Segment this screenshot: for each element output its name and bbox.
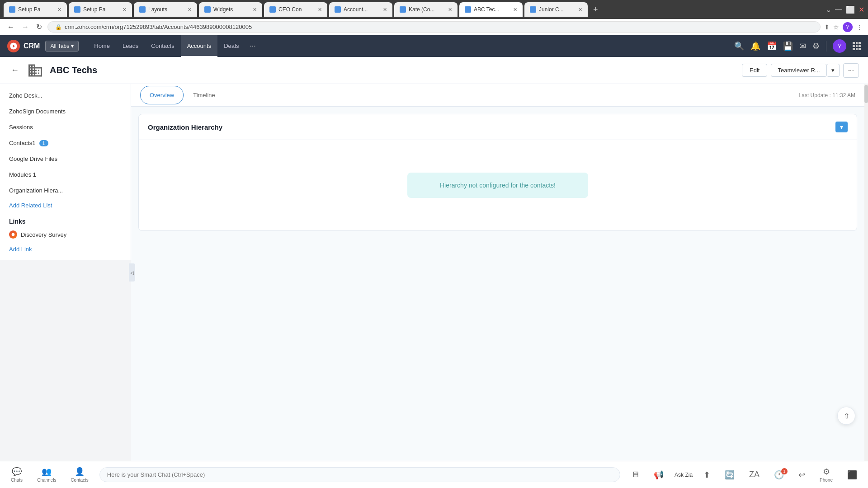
calendar-icon[interactable]: 📅 — [767, 41, 777, 51]
tab-close[interactable]: ✕ — [188, 7, 192, 13]
tab-1[interactable]: Setup Pa ✕ — [4, 2, 67, 17]
expand-icon: ⬛ — [847, 470, 857, 480]
more-actions-button[interactable]: ··· — [843, 63, 859, 78]
tab-overview[interactable]: Overview — [140, 86, 184, 104]
sidebar-item-zohosign[interactable]: ZohoSign Documents — [0, 103, 131, 119]
sidebar-item-sessions[interactable]: Sessions — [0, 119, 131, 135]
bookmark-icon[interactable]: ☆ — [833, 23, 839, 31]
nav-accounts[interactable]: Accounts — [181, 35, 217, 57]
nav-leads[interactable]: Leads — [116, 35, 145, 57]
sidebar-item-google-drive[interactable]: Google Drive Files — [0, 151, 131, 167]
browser-chrome: Setup Pa ✕ Setup Pa ✕ Layouts ✕ Widgets … — [0, 0, 868, 19]
link-icon — [9, 230, 17, 239]
tab-timeline[interactable]: Timeline — [184, 86, 225, 104]
browser-controls: ⌄ — ⬜ ✕ — [826, 5, 864, 14]
last-update-text: Last Update : 11:32 AM — [799, 92, 855, 99]
tab-6[interactable]: Account... ✕ — [329, 2, 392, 17]
right-scrollbar[interactable] — [864, 84, 868, 461]
tab-5[interactable]: CEO Con ✕ — [264, 2, 327, 17]
tab-close[interactable]: ✕ — [448, 7, 452, 13]
back-button[interactable]: ← — [5, 21, 16, 33]
profile-icon[interactable]: Y — [843, 22, 853, 32]
sidebar-item-modules[interactable]: Modules 1 — [0, 167, 131, 183]
sidebar-item-contacts1[interactable]: Contacts1 1 — [0, 135, 131, 151]
tab-close[interactable]: ✕ — [57, 7, 61, 13]
smart-chat-input[interactable] — [99, 467, 620, 482]
scroll-up-button[interactable]: ⇧ — [837, 407, 855, 425]
nav-more[interactable]: ··· — [245, 42, 260, 50]
section-dropdown-button[interactable]: ▾ — [835, 122, 848, 132]
add-related-list-link[interactable]: Add Related List — [0, 198, 131, 212]
add-link-link[interactable]: Add Link — [0, 242, 131, 256]
restore-icon[interactable]: ⬜ — [846, 5, 855, 14]
tab-close[interactable]: ✕ — [513, 7, 517, 13]
forward-button[interactable]: → — [20, 21, 31, 33]
back-to-accounts-button[interactable]: ← — [9, 64, 21, 77]
teamviewer-dropdown-button[interactable]: ▾ — [827, 64, 840, 77]
settings-chat-icon: ⚙ — [823, 467, 830, 477]
zia-icon-button[interactable]: ZA — [745, 468, 763, 481]
refresh-button[interactable]: 🔄 — [721, 468, 738, 482]
tab-close[interactable]: ✕ — [318, 7, 322, 13]
sidebar-item-label: Google Drive Files — [9, 155, 57, 162]
notification-icon[interactable]: 🔔 — [750, 41, 760, 51]
nav-contacts[interactable]: Contacts — [145, 35, 180, 57]
broadcast-button[interactable]: 📢 — [650, 468, 667, 482]
sidebar-collapse-handle[interactable]: ◁ — [129, 263, 135, 282]
tab-close[interactable]: ✕ — [253, 7, 257, 13]
address-text: crm.zoho.com/crm/org712529893/tab/Accoun… — [65, 23, 813, 30]
tab-overflow-icon[interactable]: ⌄ — [826, 5, 831, 14]
scrollbar-thumb[interactable] — [864, 85, 868, 103]
chats-button[interactable]: 💬 Chats — [7, 465, 26, 484]
reload-button[interactable]: ↻ — [34, 21, 44, 33]
sidebar-item-label: Zoho Desk... — [9, 92, 42, 99]
channels-button[interactable]: 👥 Channels — [33, 465, 60, 484]
tab-close[interactable]: ✕ — [383, 7, 387, 13]
sidebar-item-org-hierarchy[interactable]: Organization Hiera... — [0, 183, 131, 198]
sidebar-item-zoho-desk[interactable]: Zoho Desk... — [0, 88, 131, 103]
edit-button[interactable]: Edit — [742, 64, 767, 77]
all-tabs-button[interactable]: All Tabs ▾ — [45, 41, 79, 52]
zia-icon: ZA — [749, 470, 760, 479]
save-icon[interactable]: 💾 — [783, 41, 793, 51]
activity-button[interactable]: ⬆ — [700, 468, 714, 482]
close-icon[interactable]: ✕ — [859, 5, 864, 14]
contacts-chat-button[interactable]: 👤 Contacts — [67, 465, 92, 484]
screen-share-button[interactable]: 🖥 — [627, 468, 643, 481]
tab-9[interactable]: Junior C... ✕ — [524, 2, 588, 17]
teamviewer-button-group: Teamviewer R... ▾ — [771, 64, 839, 77]
settings-icon[interactable]: ⚙ — [812, 41, 820, 51]
teamviewer-button[interactable]: Teamviewer R... — [771, 64, 826, 77]
settings-chat-button[interactable]: ⚙ Phone — [816, 465, 836, 484]
search-icon[interactable]: 🔍 — [734, 41, 744, 51]
nav-deals[interactable]: Deals — [217, 35, 245, 57]
extension-icon[interactable]: ⋮ — [856, 23, 863, 31]
user-avatar[interactable]: Y — [833, 39, 846, 53]
revert-button[interactable]: ↩ — [795, 468, 809, 482]
tab-3[interactable]: Layouts ✕ — [134, 2, 197, 17]
expand-button[interactable]: ⬛ — [844, 468, 861, 482]
new-tab-button[interactable]: + — [590, 5, 602, 14]
tab-close[interactable]: ✕ — [123, 7, 127, 13]
tab-8-active[interactable]: ABC Tec... ✕ — [459, 2, 523, 17]
address-input-container[interactable]: 🔒 crm.zoho.com/crm/org712529893/tab/Acco… — [47, 21, 821, 33]
apps-grid-icon[interactable] — [853, 42, 861, 50]
share-icon[interactable]: ⬆ — [824, 23, 830, 31]
crm-logo-icon — [7, 40, 20, 52]
nav-home[interactable]: Home — [88, 35, 116, 57]
minimize-icon[interactable]: — — [835, 5, 842, 14]
divider — [826, 41, 826, 52]
smart-chat-bar: 💬 Chats 👥 Channels 👤 Contacts 🖥 📢 Ask Zi… — [0, 461, 868, 488]
tab-4[interactable]: Widgets ✕ — [199, 2, 262, 17]
sidebar-link-discovery-survey[interactable]: Discovery Survey — [0, 227, 131, 242]
crm-nav: Home Leads Contacts Accounts Deals ··· — [88, 35, 260, 57]
mail-icon[interactable]: ✉ — [799, 41, 806, 51]
activity-icon: ⬆ — [703, 470, 710, 480]
clock-button[interactable]: 🕐 1 — [770, 468, 788, 482]
crm-topbar: CRM All Tabs ▾ Home Leads Contacts Accou… — [0, 35, 868, 57]
tab-2[interactable]: Setup Pa ✕ — [69, 2, 132, 17]
tab-close[interactable]: ✕ — [578, 7, 582, 13]
ask-zia-button[interactable]: Ask Zia — [675, 472, 693, 478]
content-tabs: Overview Timeline Last Update : 11:32 AM — [131, 84, 864, 107]
tab-7[interactable]: Kate (Co... ✕ — [394, 2, 458, 17]
